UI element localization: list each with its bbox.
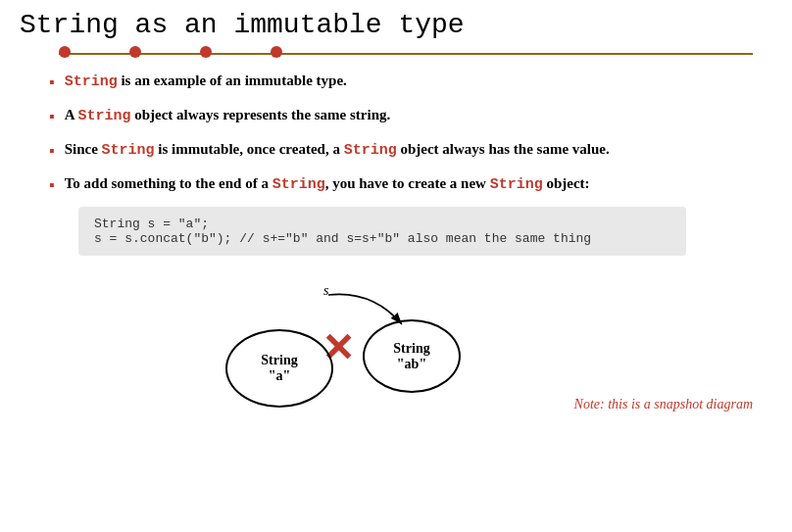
bullet-4-a: To add something to the end of a	[65, 175, 272, 191]
oval-string-a: String "a"	[225, 329, 333, 408]
bullet-3-b: is immutable, once created, a	[155, 141, 344, 157]
code-line-1: String s = "a";	[94, 217, 670, 231]
bullet-4-string1: String	[272, 176, 325, 193]
bullet-2-string: String	[77, 108, 130, 124]
oval-ab-line1: String	[393, 341, 429, 357]
code-block: String s = "a"; s = s.concat("b"); // s+…	[78, 207, 686, 256]
bullet-3-a: Since	[65, 141, 102, 157]
dot-1	[59, 46, 71, 58]
progress-bar	[20, 46, 772, 60]
oval-a-line1: String	[261, 353, 297, 368]
bullet-1: String is an example of an immutable typ…	[49, 70, 772, 94]
bullet-2-a: A	[65, 107, 78, 122]
dot-4	[271, 46, 282, 58]
bullet-list: String is an example of an immutable typ…	[20, 70, 772, 197]
oval-ab-line2: "ab"	[397, 357, 426, 372]
oval-a-line2: "a"	[269, 368, 291, 384]
page-title: String as an immutable type	[20, 10, 772, 40]
bullet-1-content: String is an example of an immutable typ…	[65, 70, 347, 94]
bullet-1-string: String	[65, 73, 118, 90]
bullet-3-string1: String	[102, 142, 155, 159]
bullet-3-content: Since String is immutable, once created,…	[65, 138, 610, 163]
dot-2	[129, 46, 141, 58]
bullet-4-b: , you have to create a new	[325, 175, 490, 191]
dot-3	[200, 46, 212, 58]
dots-row	[59, 46, 282, 58]
note-text: Note: this is a snapshot diagram	[574, 397, 753, 412]
bullet-4-content: To add something to the end of a String,…	[65, 172, 590, 197]
bullet-2: A String object always represents the sa…	[49, 104, 772, 128]
bullet-2-b: object always represents the same string…	[130, 107, 390, 122]
bullet-1-text: is an example of an immutable type.	[118, 73, 347, 88]
code-line-2: s = s.concat("b"); // s+="b" and s=s+"b"…	[94, 231, 670, 246]
bullet-2-content: A String object always represents the sa…	[65, 104, 391, 128]
oval-string-ab: String "ab"	[363, 319, 461, 393]
bullet-3: Since String is immutable, once created,…	[49, 138, 772, 163]
bullet-4-c: object:	[543, 175, 590, 191]
bullet-3-string2: String	[344, 142, 397, 159]
bullet-3-c: object always has the same value.	[397, 141, 610, 157]
bullet-4: To add something to the end of a String,…	[49, 172, 772, 197]
diagram: s ✕ String "a" String "ab" Note: this is…	[20, 266, 772, 422]
bullet-4-string2: String	[490, 176, 543, 193]
